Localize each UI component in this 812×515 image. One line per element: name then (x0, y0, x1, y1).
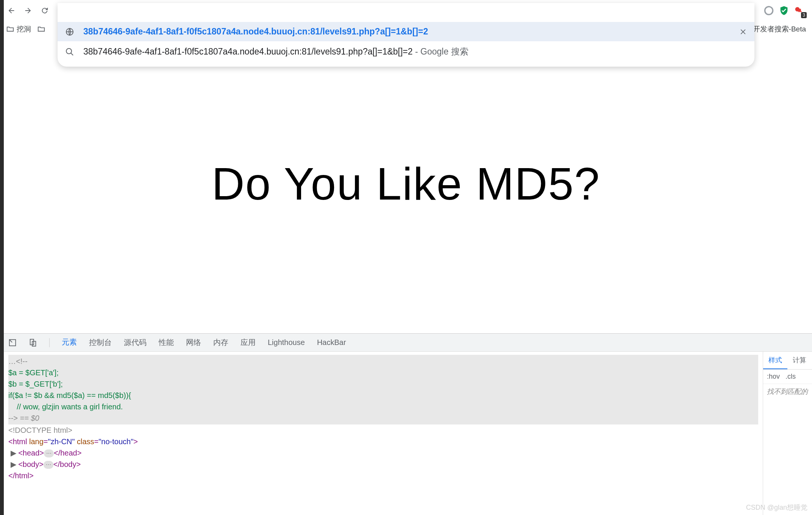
code-line: <html lang="zh-CN" class="no-touch"> (8, 436, 758, 447)
forward-button[interactable] (21, 4, 35, 17)
suggestion-text: 38b74646-9afe-4af1-8af1-f0f5c1807a4a.nod… (83, 27, 730, 37)
tab-network[interactable]: 网络 (186, 333, 201, 352)
code-line: <!DOCTYPE html> (8, 424, 758, 436)
extension-icons: 3 (760, 5, 807, 16)
cls-toggle[interactable]: .cls (785, 373, 796, 380)
page-heading: Do You Like MD5? (212, 158, 600, 210)
tab-performance[interactable]: 性能 (159, 333, 174, 352)
arrow-right-icon (24, 6, 32, 15)
globe-icon (65, 27, 74, 36)
tab-console[interactable]: 控制台 (89, 333, 112, 352)
extension-shield-icon[interactable] (779, 5, 789, 16)
code-line: $b = $_GET['b']; (8, 378, 758, 390)
close-icon[interactable] (739, 28, 747, 36)
bookmark-label: 开发者搜索-Beta (753, 24, 806, 34)
tab-application[interactable]: 应用 (240, 333, 256, 352)
folder-icon (37, 25, 45, 33)
hov-toggle[interactable]: :hov (767, 373, 780, 380)
svg-point-3 (765, 7, 773, 15)
omnibox-suggestions: 38b74646-9afe-4af1-8af1-f0f5c1807a4a.nod… (58, 3, 754, 67)
tab-hackbar[interactable]: HackBar (317, 334, 346, 351)
tab-styles[interactable]: 样式 (763, 352, 787, 369)
code-line: ▶ <body>⋯</body> (8, 459, 758, 470)
inspect-icon[interactable] (8, 339, 17, 347)
device-icon[interactable] (29, 339, 37, 347)
page-content: Do You Like MD5? (0, 38, 812, 329)
tab-memory[interactable]: 内存 (213, 333, 228, 352)
code-line: if($a != $b && md5($a) == md5($b)){ (8, 390, 758, 401)
search-icon (65, 47, 74, 56)
styles-no-match: 找不到匹配的 (763, 384, 812, 399)
tab-computed[interactable]: 计算 (787, 352, 812, 369)
watermark: CSDN @glan想睡觉 (746, 503, 807, 512)
elements-tree[interactable]: …<!-- $a = $GET['a']; $b = $_GET['b']; i… (4, 352, 763, 515)
styles-filter-row: :hov .cls (763, 370, 812, 384)
bookmark-folder-wadong[interactable]: 挖洞 (6, 24, 31, 34)
back-button[interactable] (5, 4, 18, 17)
extension-record-icon[interactable] (764, 5, 774, 16)
browser-toolbar: 38b74646-9afe-4af1-8af1-f0f5c1807a4a.nod… (0, 0, 812, 21)
devtools-body: …<!-- $a = $GET['a']; $b = $_GET['b']; i… (4, 352, 812, 515)
tab-sources[interactable]: 源代码 (124, 333, 147, 352)
reload-icon (41, 6, 49, 15)
extension-badge: 3 (801, 12, 807, 18)
suggestion-text: 38b74646-9afe-4af1-8af1-f0f5c1807a4a.nod… (83, 46, 747, 58)
devtools-panel: 元素 控制台 源代码 性能 网络 内存 应用 Lighthouse HackBa… (4, 333, 812, 515)
code-line: --> == $0 (8, 412, 758, 424)
styles-panel: 样式 计算 :hov .cls 找不到匹配的 (763, 352, 812, 515)
arrow-left-icon (7, 6, 16, 15)
tab-lighthouse[interactable]: Lighthouse (268, 334, 305, 351)
address-bar-container: 38b74646-9afe-4af1-8af1-f0f5c1807a4a.nod… (58, 3, 754, 18)
suggestion-history[interactable]: 38b74646-9afe-4af1-8af1-f0f5c1807a4a.nod… (58, 22, 754, 41)
code-line: ▶ <head>⋯</head> (8, 447, 758, 459)
folder-icon (6, 25, 14, 33)
extension-key-icon[interactable]: 3 (794, 5, 804, 16)
code-line: $a = $GET['a']; (8, 367, 758, 378)
bookmark-folder-2[interactable] (37, 25, 45, 33)
devtools-tabs: 元素 控制台 源代码 性能 网络 内存 应用 Lighthouse HackBa… (4, 334, 812, 352)
bookmark-label: 挖洞 (17, 24, 31, 34)
suggestion-search[interactable]: 38b74646-9afe-4af1-8af1-f0f5c1807a4a.nod… (58, 41, 754, 62)
code-line: </html> (8, 470, 758, 481)
code-line: …<!-- (8, 356, 758, 367)
svg-point-2 (66, 48, 72, 54)
code-line: // wow, glzjin wants a girl friend. (8, 401, 758, 412)
reload-button[interactable] (38, 4, 52, 17)
styles-tabs: 样式 计算 (763, 352, 812, 370)
tab-elements[interactable]: 元素 (62, 332, 77, 353)
